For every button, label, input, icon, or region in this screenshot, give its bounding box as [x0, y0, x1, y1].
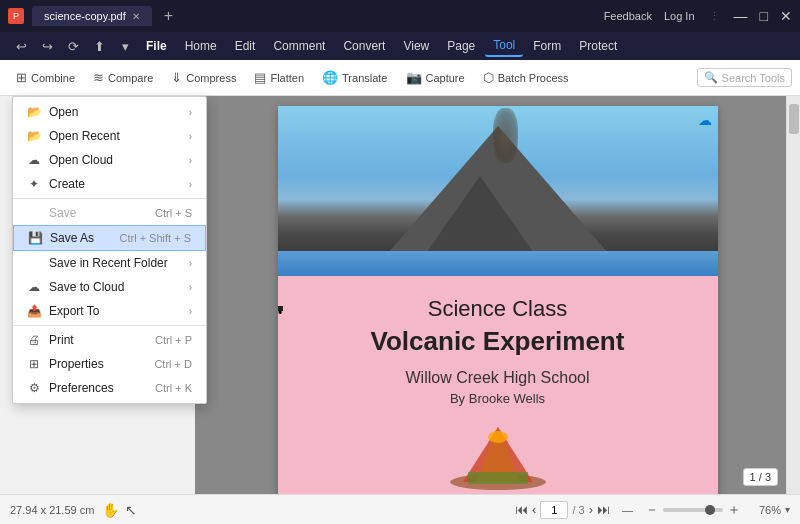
ctx-save-as-label: Save As: [50, 231, 94, 245]
ctx-divider-1: [13, 198, 206, 199]
combine-button[interactable]: ⊞ Combine: [8, 66, 83, 89]
tool-actions: ⊞ Combine ≋ Compare ⇓ Compress ▤ Flatten…: [8, 66, 697, 89]
back-icon[interactable]: ↩: [10, 35, 32, 57]
upload-icon[interactable]: ⬆: [88, 35, 110, 57]
feedback-link[interactable]: Feedback: [604, 10, 652, 22]
ctx-create-arrow: ›: [189, 179, 192, 190]
zoom-out-button[interactable]: －: [645, 501, 659, 519]
search-tools-input[interactable]: 🔍 Search Tools: [697, 68, 792, 87]
zoom-percentage: 76%: [745, 504, 781, 516]
last-page-button[interactable]: ⏭: [597, 502, 610, 517]
hand-tool-icon[interactable]: ✋: [102, 502, 119, 518]
ctx-open-cloud[interactable]: ☁ Open Cloud ›: [13, 148, 206, 172]
menu-page[interactable]: Page: [439, 36, 483, 56]
minimize-button[interactable]: —: [734, 8, 748, 24]
ctx-properties-left: ⊞ Properties: [27, 357, 104, 371]
flatten-label: Flatten: [270, 72, 304, 84]
zoom-in-button[interactable]: ＋: [727, 501, 741, 519]
scroll-thumb[interactable]: [789, 104, 799, 134]
ctx-export[interactable]: 📤 Export To ›: [13, 299, 206, 323]
menu-protect[interactable]: Protect: [571, 36, 625, 56]
refresh-icon[interactable]: ⟳: [62, 35, 84, 57]
status-icons: ✋ ↖: [102, 502, 137, 518]
next-page-button[interactable]: ›: [589, 502, 593, 517]
ctx-save-recent-label: Save in Recent Folder: [49, 256, 168, 270]
cloud-sync-icon: ☁: [698, 112, 712, 128]
context-menu: 📂 Open › 📂 Open Recent › ☁ Open Cloud › …: [12, 96, 207, 404]
prev-page-button[interactable]: ‹: [532, 502, 536, 517]
ctx-save-recent-left: Save in Recent Folder: [27, 256, 168, 270]
ctx-save-as-icon: 💾: [28, 231, 42, 245]
ctx-save-as[interactable]: 💾 Save As Ctrl + Shift + S: [13, 225, 206, 251]
tab-close-button[interactable]: ✕: [132, 11, 140, 22]
scroll-bar[interactable]: [786, 96, 800, 494]
ctx-preferences[interactable]: ⚙ Preferences Ctrl + K: [13, 376, 206, 400]
login-button[interactable]: Log In: [664, 10, 695, 22]
dropdown-icon[interactable]: ▾: [114, 35, 136, 57]
ctx-save-cloud[interactable]: ☁ Save to Cloud ›: [13, 275, 206, 299]
ctx-open-arrow: ›: [189, 107, 192, 118]
select-tool-icon[interactable]: ↖: [125, 502, 137, 518]
combine-label: Combine: [31, 72, 75, 84]
capture-icon: 📷: [406, 70, 422, 85]
zoom-control: － ＋ 76% ▾: [645, 501, 790, 519]
pdf-subtitle: Volcanic Experiment: [298, 326, 698, 357]
badge-current-page: 1: [750, 471, 756, 483]
ctx-create[interactable]: ✦ Create ›: [13, 172, 206, 196]
zoom-slider[interactable]: [663, 508, 723, 512]
ctx-open-icon: 📂: [27, 105, 41, 119]
ctx-save-shortcut: Ctrl + S: [155, 207, 192, 219]
compare-icon: ≋: [93, 70, 104, 85]
status-bar: 27.94 x 21.59 cm ✋ ↖ ⏮ ‹ 1 / 3 › ⏭ — － ＋…: [0, 494, 800, 524]
translate-button[interactable]: 🌐 Translate: [314, 66, 395, 89]
badge-total-pages: 3: [765, 471, 771, 483]
close-button[interactable]: ✕: [780, 8, 792, 24]
ctx-save-as-left: 💾 Save As: [28, 231, 94, 245]
tool-bar: ⊞ Combine ≋ Compare ⇓ Compress ▤ Flatten…: [0, 60, 800, 96]
capture-label: Capture: [426, 72, 465, 84]
capture-button[interactable]: 📷 Capture: [398, 66, 473, 89]
zoom-thumb[interactable]: [705, 505, 715, 515]
page-number-input[interactable]: 1: [540, 501, 568, 519]
menu-file[interactable]: File: [138, 36, 175, 56]
maximize-button[interactable]: □: [760, 8, 768, 24]
compress-button[interactable]: ⇓ Compress: [163, 66, 244, 89]
ctx-open-cloud-label: Open Cloud: [49, 153, 113, 167]
ctx-properties-shortcut: Ctrl + D: [154, 358, 192, 370]
first-page-button[interactable]: ⏮: [515, 502, 528, 517]
combine-icon: ⊞: [16, 70, 27, 85]
flatten-button[interactable]: ▤ Flatten: [246, 66, 312, 89]
ctx-open-recent[interactable]: 📂 Open Recent ›: [13, 124, 206, 148]
toolbar-icons: ↩ ↪ ⟳ ⬆ ▾: [10, 35, 136, 57]
ctx-preferences-label: Preferences: [49, 381, 114, 395]
ctx-print[interactable]: 🖨 Print Ctrl + P: [13, 328, 206, 352]
ctx-save: Save Ctrl + S: [13, 201, 206, 225]
menu-comment[interactable]: Comment: [265, 36, 333, 56]
compare-button[interactable]: ≋ Compare: [85, 66, 161, 89]
ctx-open-recent-icon: 📂: [27, 129, 41, 143]
ctx-open-cloud-left: ☁ Open Cloud: [27, 153, 113, 167]
tab-item[interactable]: science-copy.pdf ✕: [32, 6, 152, 26]
ctx-properties[interactable]: ⊞ Properties Ctrl + D: [13, 352, 206, 376]
menu-home[interactable]: Home: [177, 36, 225, 56]
ctx-save-recent[interactable]: Save in Recent Folder ›: [13, 251, 206, 275]
ctx-properties-icon: ⊞: [27, 357, 41, 371]
new-tab-button[interactable]: +: [164, 7, 173, 25]
status-separator: —: [622, 504, 633, 516]
zoom-dropdown-button[interactable]: ▾: [785, 504, 790, 515]
search-icon: 🔍: [704, 71, 718, 84]
menu-edit[interactable]: Edit: [227, 36, 264, 56]
flatten-icon: ▤: [254, 70, 266, 85]
menu-form[interactable]: Form: [525, 36, 569, 56]
ctx-open[interactable]: 📂 Open ›: [13, 100, 206, 124]
menu-convert[interactable]: Convert: [335, 36, 393, 56]
forward-icon[interactable]: ↪: [36, 35, 58, 57]
batch-process-button[interactable]: ⬡ Batch Process: [475, 66, 577, 89]
ctx-export-icon: 📤: [27, 304, 41, 318]
pdf-text-area: • Science Class Volcanic Experiment Will…: [278, 276, 718, 494]
volcano-diagram: [298, 422, 698, 492]
ctx-properties-label: Properties: [49, 357, 104, 371]
menu-view[interactable]: View: [395, 36, 437, 56]
total-pages-label: / 3: [572, 504, 584, 516]
menu-tool[interactable]: Tool: [485, 35, 523, 57]
